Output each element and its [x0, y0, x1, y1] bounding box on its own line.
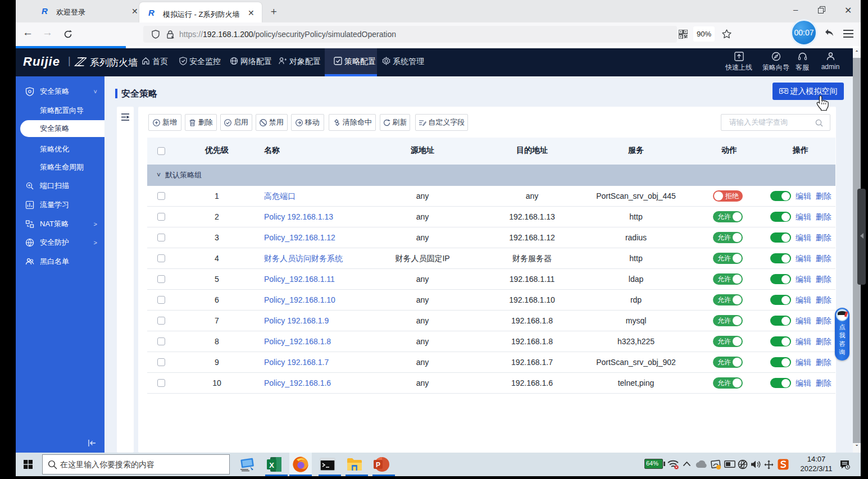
svg-text:R: R	[42, 6, 48, 16]
svg-text:R: R	[148, 8, 154, 17]
svg-text:X: X	[269, 461, 274, 469]
svg-text:P: P	[376, 461, 380, 469]
